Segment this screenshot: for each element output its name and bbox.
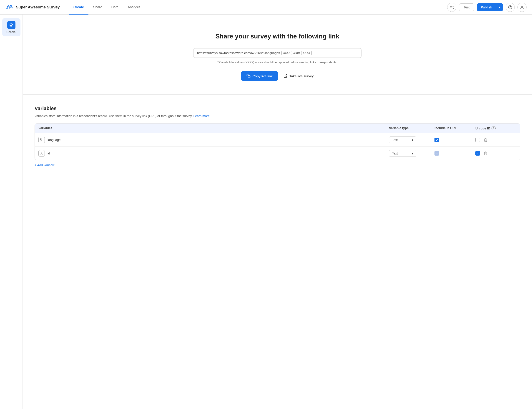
general-icon	[7, 21, 16, 29]
app-logo-icon	[5, 3, 14, 11]
url-bar: https://surveys.sawtoothsoftware.com/622…	[193, 48, 361, 58]
collaborators-button[interactable]	[447, 3, 456, 12]
include-url-cell-language	[434, 138, 475, 142]
nav-tabs: Create Share Data Analysis	[69, 0, 447, 15]
header-actions: Test Publish ▾	[447, 3, 527, 12]
unique-id-info-icon[interactable]: ?	[492, 126, 496, 130]
include-url-checkbox-id-disabled	[434, 151, 439, 156]
url-lang-badge: XXXX	[281, 51, 292, 55]
col-unique-id: Unique ID ?	[475, 126, 516, 130]
variables-desc: Variables store information in a respond…	[35, 114, 520, 118]
learn-more-link[interactable]: Learn more.	[193, 114, 210, 118]
publish-label: Publish	[477, 3, 496, 11]
svg-point-1	[452, 6, 453, 7]
sidebar: General	[0, 15, 23, 409]
type-select-language[interactable]: Text ▾	[389, 137, 416, 143]
svg-rect-5	[248, 75, 250, 78]
var-type-cell-id: Text ▾	[389, 150, 434, 157]
external-link-icon	[283, 74, 288, 78]
col-include-in-url: Include in URL	[434, 126, 475, 130]
app-title: Super Awesome Survey	[16, 5, 60, 9]
main-layout: General Share your survey with the follo…	[0, 15, 532, 409]
sidebar-item-general[interactable]: General	[2, 18, 20, 36]
tab-share[interactable]: Share	[89, 0, 107, 15]
person-type-icon	[38, 150, 45, 157]
user-profile-button[interactable]	[517, 3, 527, 12]
var-name-cell-language: language	[38, 137, 389, 143]
svg-line-6	[285, 74, 287, 76]
tab-analysis[interactable]: Analysis	[123, 0, 145, 15]
url-id-label: &id=	[293, 51, 300, 55]
tab-data[interactable]: Data	[107, 0, 123, 15]
svg-point-8	[41, 152, 42, 153]
url-note: *Placeholder values (XXXX) above should …	[217, 61, 337, 64]
copy-live-link-button[interactable]: Copy live link	[241, 71, 278, 81]
svg-point-0	[450, 6, 452, 7]
publish-caret-icon[interactable]: ▾	[496, 4, 503, 11]
test-button[interactable]: Test	[459, 3, 475, 11]
variables-section: Variables Variables store information in…	[23, 95, 532, 178]
delete-language-button[interactable]	[484, 138, 488, 142]
col-variables: Variables	[38, 126, 389, 130]
dropdown-arrow-icon: ▾	[412, 138, 413, 142]
dropdown-arrow-icon: ▾	[412, 151, 413, 155]
url-id-badge: XXXX	[301, 51, 312, 55]
type-select-id[interactable]: Text ▾	[389, 150, 416, 157]
app-header: Super Awesome Survey Create Share Data A…	[0, 0, 532, 15]
copy-link-label: Copy live link	[252, 74, 272, 78]
take-survey-label: Take live survey	[289, 74, 314, 78]
help-button[interactable]	[506, 3, 515, 12]
col-variable-type: Variable type	[389, 126, 434, 130]
add-variable-button[interactable]: + Add variable	[35, 160, 55, 167]
publish-button[interactable]: Publish ▾	[477, 3, 503, 11]
variables-title: Variables	[35, 106, 520, 112]
sidebar-item-label: General	[6, 30, 16, 34]
delete-id-button[interactable]	[484, 151, 488, 155]
tab-create[interactable]: Create	[69, 0, 89, 15]
var-type-cell: Text ▾	[389, 137, 434, 143]
table-header: Variables Variable type Include in URL U…	[35, 123, 520, 133]
svg-point-3	[510, 8, 510, 8]
unique-id-cell-id	[475, 151, 516, 156]
table-row: language Text ▾	[35, 133, 520, 147]
var-name-cell-id: id	[38, 150, 389, 157]
share-title: Share your survey with the following lin…	[216, 33, 339, 40]
logo-area: Super Awesome Survey	[5, 3, 60, 11]
unique-id-cell-language	[475, 138, 516, 142]
var-name-id: id	[47, 151, 50, 155]
var-name-language: language	[47, 138, 61, 142]
svg-rect-7	[40, 139, 41, 140]
svg-point-4	[521, 6, 523, 7]
variable-type-icon	[38, 137, 45, 143]
include-url-cell-id	[434, 151, 475, 156]
main-content: Share your survey with the following lin…	[23, 15, 532, 409]
copy-icon	[246, 74, 251, 78]
unique-id-checkbox-language[interactable]	[475, 138, 480, 142]
take-live-survey-button[interactable]: Take live survey	[283, 74, 314, 78]
url-text: https://surveys.sawtoothsoftware.com/622…	[197, 51, 280, 55]
variables-table: Variables Variable type Include in URL U…	[35, 123, 520, 160]
unique-id-checkbox-id[interactable]	[475, 151, 480, 156]
share-section: Share your survey with the following lin…	[23, 15, 532, 95]
table-row: id Text ▾	[35, 147, 520, 160]
share-actions: Copy live link Take live survey	[241, 71, 314, 81]
include-url-checkbox-language[interactable]	[434, 138, 439, 142]
